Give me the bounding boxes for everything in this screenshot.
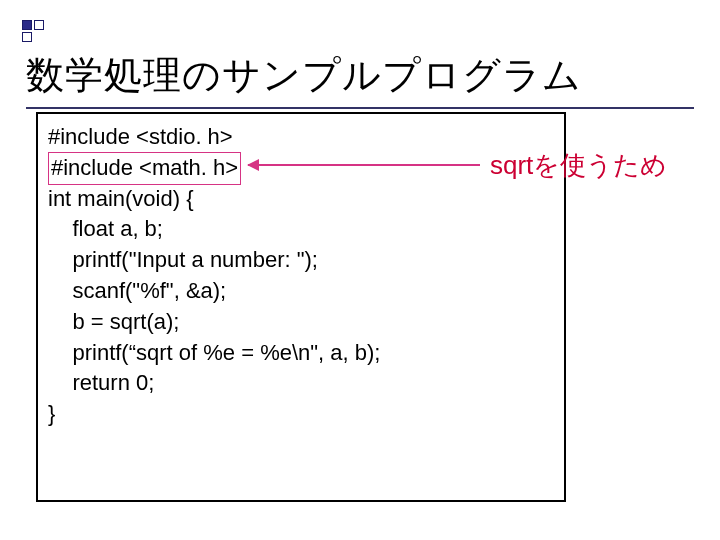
- slide-marker-icon: [22, 20, 44, 42]
- code-line: scanf("%f", &a);: [48, 276, 554, 307]
- code-line: b = sqrt(a);: [48, 307, 554, 338]
- code-sample-box: #include <stdio. h> #include <math. h> i…: [36, 112, 566, 502]
- code-line: printf("Input a number: ");: [48, 245, 554, 276]
- include-math-highlight: #include <math. h>: [48, 152, 241, 185]
- code-line: float a, b;: [48, 214, 554, 245]
- annotation-label: sqrtを使うため: [490, 148, 667, 183]
- code-line: printf(“sqrt of %e = %e\n", a, b);: [48, 338, 554, 369]
- code-line: #include <stdio. h>: [48, 122, 554, 153]
- arrow-icon: [248, 164, 480, 166]
- code-line-highlighted: #include <math. h>: [48, 153, 554, 184]
- code-line: int main(void) {: [48, 184, 554, 215]
- slide-title: 数学処理のサンプルプログラム: [26, 50, 694, 101]
- code-line: }: [48, 399, 554, 430]
- title-row: 数学処理のサンプルプログラム: [26, 50, 694, 109]
- code-line: return 0;: [48, 368, 554, 399]
